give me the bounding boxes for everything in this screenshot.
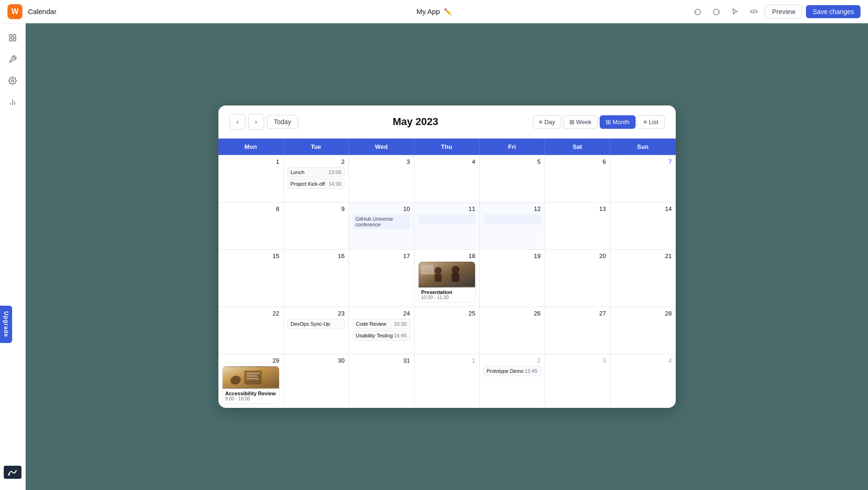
- svg-rect-0: [9, 35, 12, 37]
- app-title: Calendar: [28, 7, 56, 15]
- cell-may-4[interactable]: 4: [414, 155, 480, 202]
- cell-jun-1[interactable]: 1: [414, 354, 480, 408]
- svg-rect-19: [246, 378, 259, 379]
- cell-jun-4[interactable]: 4: [610, 354, 676, 408]
- cell-may-23[interactable]: 23 DevOps Sync-Up: [284, 307, 349, 354]
- cell-may-17[interactable]: 17: [349, 250, 414, 307]
- svg-rect-11: [434, 274, 441, 282]
- view-day[interactable]: ≡Day: [533, 115, 561, 129]
- cell-may-22[interactable]: 22: [218, 307, 284, 354]
- event-lunch[interactable]: Lunch 13:00: [287, 167, 345, 177]
- cell-may-24[interactable]: 24 Code Review 10:30 Usability Testing 1…: [349, 307, 414, 354]
- cell-jun-2[interactable]: 2 Prototype Demo 13:45: [480, 354, 545, 408]
- save-button[interactable]: Save changes: [806, 5, 861, 18]
- event-usability-testing[interactable]: Usability Testing 16:45: [353, 330, 410, 341]
- event-github[interactable]: GitHub Universe conference: [353, 214, 410, 229]
- svg-rect-3: [14, 39, 16, 41]
- header-sun: Sun: [610, 139, 676, 155]
- day-headers: Mon Tue Wed Thu Fri Sat Sun: [218, 139, 676, 155]
- cell-may-16[interactable]: 16: [284, 250, 349, 307]
- svg-point-8: [8, 474, 10, 476]
- week-4: 22 23 DevOps Sync-Up 24: [218, 307, 676, 354]
- sidebar-item-analytics[interactable]: [4, 93, 21, 111]
- event-code-review[interactable]: Code Review 10:30: [353, 319, 410, 329]
- app-logo: W: [7, 4, 22, 19]
- header-tue: Tue: [284, 139, 349, 155]
- cell-may-30[interactable]: 30: [284, 354, 349, 408]
- main-content: ‹ › Today May 2023 ≡Day ⊞Week ⊞Month: [26, 23, 868, 490]
- event-prototype-demo[interactable]: Prototype Demo 13:45: [483, 366, 541, 376]
- cell-jun-3[interactable]: 3: [545, 354, 610, 408]
- week-2: 8 9 10 GitHub Universe conference 11 12: [218, 202, 676, 249]
- cell-may-29[interactable]: 29: [218, 354, 284, 408]
- prev-button[interactable]: ‹: [230, 114, 245, 130]
- accessibility-image: [223, 366, 279, 389]
- svg-rect-2: [9, 39, 12, 41]
- svg-point-4: [12, 80, 14, 82]
- week-1: 1 2 Lunch 13:00 Project Kick-off: [218, 155, 676, 202]
- cell-may-2[interactable]: 2 Lunch 13:00 Project Kick-off 14:30: [284, 155, 349, 202]
- header-sat: Sat: [545, 139, 610, 155]
- next-button[interactable]: ›: [248, 114, 264, 130]
- presentation-image: [419, 262, 475, 287]
- cell-may-25[interactable]: 25: [414, 307, 480, 354]
- topbar-actions: </> Preview Save changes: [690, 4, 861, 19]
- week-5: 29: [218, 354, 676, 408]
- cell-may-27[interactable]: 27: [545, 307, 610, 354]
- sidebar-item-tools[interactable]: [4, 50, 21, 68]
- today-button[interactable]: Today: [267, 115, 298, 129]
- cell-may-18[interactable]: 18: [414, 250, 480, 307]
- cell-may-28[interactable]: 28: [610, 307, 676, 354]
- cell-may-10[interactable]: 10 GitHub Universe conference: [349, 203, 414, 249]
- cell-may-12[interactable]: 12: [480, 203, 545, 249]
- svg-rect-14: [420, 265, 434, 274]
- cell-may-9[interactable]: 9: [284, 203, 349, 249]
- calendar-header: ‹ › Today May 2023 ≡Day ⊞Week ⊞Month: [218, 105, 676, 138]
- cell-may-8[interactable]: 8: [218, 203, 284, 249]
- preview-button[interactable]: Preview: [765, 5, 802, 19]
- calendar: ‹ › Today May 2023 ≡Day ⊞Week ⊞Month: [218, 105, 676, 408]
- main-layout: ‹ › Today May 2023 ≡Day ⊞Week ⊞Month: [0, 23, 868, 490]
- sidebar: [0, 23, 26, 490]
- cell-may-31[interactable]: 31: [349, 354, 414, 408]
- svg-rect-17: [246, 373, 259, 374]
- view-list[interactable]: ≡List: [637, 115, 665, 129]
- cell-may-15[interactable]: 15: [218, 250, 284, 307]
- cell-may-21[interactable]: 21: [610, 250, 676, 307]
- app-name-label: My App: [416, 7, 440, 15]
- cell-may-6[interactable]: 6: [545, 155, 610, 202]
- cell-may-11[interactable]: 11: [414, 203, 480, 249]
- week-3: 15 16 17 18: [218, 249, 676, 307]
- code-button[interactable]: </>: [746, 4, 761, 19]
- footer-logo: [4, 466, 21, 479]
- event-devops-sync[interactable]: DevOps Sync-Up: [287, 319, 345, 329]
- cell-may-13[interactable]: 13: [545, 203, 610, 249]
- header-mon: Mon: [218, 139, 284, 155]
- cell-may-3[interactable]: 3: [349, 155, 414, 202]
- calendar-nav: ‹ › Today: [230, 114, 298, 130]
- sidebar-item-grid[interactable]: [4, 29, 21, 47]
- svg-point-10: [434, 267, 441, 274]
- svg-point-12: [451, 266, 459, 273]
- sidebar-item-settings[interactable]: [4, 72, 21, 90]
- svg-rect-1: [14, 35, 16, 37]
- view-month[interactable]: ⊞Month: [600, 115, 636, 129]
- cell-may-19[interactable]: 19: [480, 250, 545, 307]
- undo-button[interactable]: [690, 4, 705, 19]
- cell-may-20[interactable]: 20: [545, 250, 610, 307]
- edit-icon[interactable]: ✏️: [444, 8, 452, 15]
- cell-may-5[interactable]: 5: [480, 155, 545, 202]
- header-thu: Thu: [414, 139, 480, 155]
- redo-button[interactable]: [709, 4, 724, 19]
- view-week[interactable]: ⊞Week: [563, 115, 598, 129]
- pointer-button[interactable]: [728, 4, 742, 19]
- cell-may-7[interactable]: 7: [610, 155, 676, 202]
- event-project-kickoff[interactable]: Project Kick-off 14:30: [287, 179, 345, 189]
- cell-may-1[interactable]: 1: [218, 155, 284, 202]
- event-accessibility-review[interactable]: Accessibility Review 9:00 - 16:00: [222, 366, 280, 404]
- upgrade-banner[interactable]: Upgrade: [0, 306, 12, 343]
- cell-may-14[interactable]: 14: [610, 203, 676, 249]
- cell-may-26[interactable]: 26: [480, 307, 545, 354]
- event-presentation[interactable]: Presentation 10:00 - 11:30: [418, 261, 476, 302]
- svg-rect-18: [246, 375, 257, 377]
